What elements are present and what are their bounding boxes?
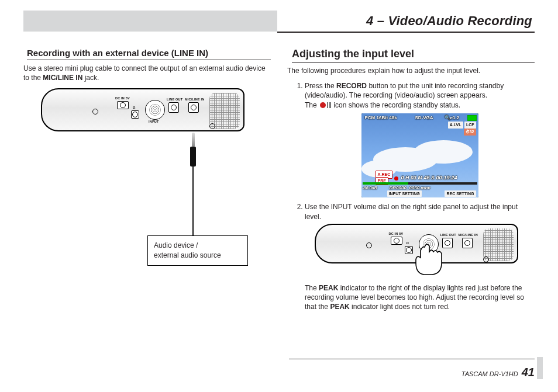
page-footer: TASCAM DR-V1HD 41 — [23, 366, 535, 379]
line-in-intro: Use a stereo mini plug cable to connect … — [23, 64, 271, 82]
text-span: The — [305, 284, 319, 292]
device-side-view: DC IN 5V Ω INPUT LINE OUT MIC/LINE IN — [41, 88, 244, 131]
battery-icon — [467, 115, 477, 121]
text-span: indicator light does not turn red. — [350, 303, 450, 311]
mic-line-in-port — [462, 238, 473, 248]
peak-note: The PEAK indicator to the right of the d… — [305, 283, 535, 312]
text-span: The — [305, 101, 319, 109]
input-label: INPUT — [149, 120, 159, 123]
osd-res: SD-VGA — [415, 115, 433, 122]
record-dot-icon — [394, 176, 398, 181]
device-with-hand-diagram: DC IN 5V Ω INPUT LINE OUT MIC/LINE IN — [315, 224, 525, 280]
osd-rec-setting: REC SETTING — [445, 190, 476, 197]
mic-line-in-port-label: MIC/LINE IN — [459, 233, 478, 237]
osd-format: PCM 16Bit 48k — [365, 115, 397, 122]
input-dial — [145, 100, 165, 120]
step-2: Use the INPUT volume dial on the right s… — [305, 202, 535, 311]
line-out-port — [168, 102, 179, 113]
mic-line-in-port — [188, 102, 199, 113]
headphone-port — [131, 110, 139, 119]
mic-line-in-label: MIC/LINE IN — [43, 74, 82, 82]
box-line1: Audio device / — [154, 241, 242, 251]
line-in-diagram: DC IN 5V Ω INPUT LINE OUT MIC/LINE IN — [41, 88, 252, 275]
line-out-label: LINE OUT — [167, 98, 182, 101]
page-number: 41 — [522, 366, 535, 379]
peak-label: PEAK — [319, 284, 338, 292]
page-edge-tab — [537, 357, 543, 379]
record-button-label: RECORD — [336, 82, 367, 90]
section-heading-line-in: Recording with an external device (LINE … — [27, 48, 271, 60]
headphone-port — [405, 246, 413, 254]
dc-in-label: DC IN 5V — [389, 232, 404, 236]
input-dial — [419, 234, 439, 254]
mic-line-in-port-label: MIC/LINE IN — [185, 98, 204, 101]
dc-in-label: DC IN 5V — [115, 96, 130, 100]
section-heading-input-level: Adjusting the input level — [292, 48, 535, 63]
steps-list: Press the RECORD button to put the unit … — [292, 81, 535, 311]
line-out-port — [442, 238, 453, 248]
input-label: INPUT — [422, 254, 433, 258]
text-span: Use the INPUT volume dial on the right s… — [305, 203, 518, 220]
input-level-intro: The following procedures explain how to … — [287, 66, 535, 75]
line-out-label: LINE OUT — [440, 233, 456, 237]
chapter-title: 4 – Video/Audio Recording — [366, 11, 535, 32]
text-span: Press the — [305, 82, 336, 90]
peak-label: PEAK — [330, 303, 349, 311]
step-1: Press the RECORD button to put the unit … — [305, 81, 535, 197]
hp-label: Ω — [407, 241, 409, 245]
osd-lcf: LCF — [464, 122, 476, 128]
chapter-header: 4 – Video/Audio Recording — [23, 11, 535, 32]
osd-timer-val: 32 — [470, 130, 474, 134]
right-column: Adjusting the input level The following … — [287, 37, 535, 315]
osd-zoom: 🔍e1.2 — [445, 115, 460, 122]
osd-input-setting: INPUT SETTING — [387, 190, 422, 197]
product-name: TASCAM DR-V1HD — [461, 370, 518, 377]
hp-label: Ω — [133, 106, 136, 109]
speaker-grill-icon — [483, 228, 514, 261]
dc-in-port — [391, 237, 402, 245]
osd-time: 0 H 03 M 46 S 00:19:24 — [401, 174, 457, 181]
mini-plug-cable-icon — [188, 133, 198, 235]
osd-alvl: A.LVL — [448, 122, 463, 128]
left-column: Recording with an external device (LINE … — [23, 37, 271, 315]
level-meter-icon — [363, 182, 477, 185]
box-line2: external audio source — [154, 251, 242, 261]
text-span: icon shows the recording standby status. — [332, 101, 460, 109]
osd-db: -96.0dB — [363, 185, 377, 190]
osd-timer: ⏱32 — [464, 129, 476, 135]
osd-zoom-val: e1.2 — [450, 115, 460, 120]
footer-rule — [289, 359, 535, 359]
device-side-view-2: DC IN 5V Ω INPUT LINE OUT MIC/LINE IN — [315, 224, 518, 263]
text-span: jack. — [82, 74, 99, 82]
record-pause-icon — [319, 100, 331, 110]
external-audio-source-box: Audio device / external audio source — [147, 235, 248, 266]
lcd-screenshot: PCM 16Bit 48k SD-VGA 🔍e1.2 A.LVL LCF ⏱32… — [361, 113, 478, 197]
speaker-grill-icon — [209, 93, 240, 129]
dc-in-port — [117, 101, 129, 109]
